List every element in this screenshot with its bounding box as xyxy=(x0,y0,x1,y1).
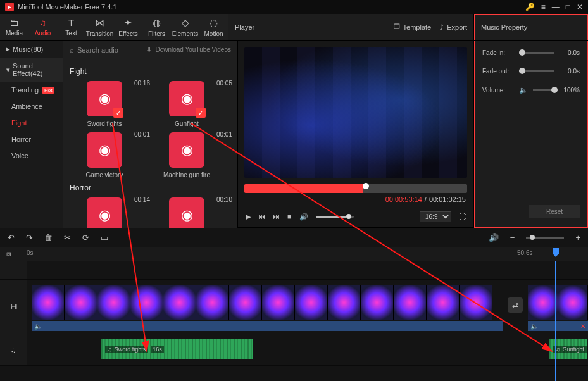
zoom-in-button[interactable]: + xyxy=(575,233,580,242)
app-title: MiniTool MovieMaker Free 7.4.1 xyxy=(18,3,117,11)
close-icon[interactable]: ✕ xyxy=(577,3,583,11)
audio-track[interactable]: ♫ ♫ Sword fights 16s ♫ Gunfight xyxy=(0,334,588,366)
audio-settings-icon[interactable]: 🔊 xyxy=(489,233,499,242)
volume-icon[interactable]: 🔊 xyxy=(299,213,308,221)
sub-trending[interactable]: Trending Hot xyxy=(0,82,63,98)
video-preview[interactable] xyxy=(244,47,467,178)
undo-button[interactable]: ↶ xyxy=(8,233,15,242)
scrub-knob[interactable] xyxy=(363,183,369,189)
menu-icon[interactable]: ≡ xyxy=(541,3,546,11)
sub-label: Fight xyxy=(11,119,27,127)
video-clip-2[interactable] xyxy=(528,285,588,320)
play-button[interactable]: ▶ xyxy=(246,213,251,221)
prop-fade-in: Fade in: 0.0s xyxy=(482,49,580,56)
tab-label: Elements xyxy=(172,30,199,37)
clip-volume-strip[interactable]: 🔈 ✕ xyxy=(528,321,588,331)
video-track[interactable]: 🎞 🔈 ⇄ 🔈 ✕ xyxy=(0,280,588,334)
tab-audio[interactable]: ♫ Audio xyxy=(28,14,57,40)
prop-value: 0.0s xyxy=(560,68,580,75)
playhead-line xyxy=(555,261,556,381)
search-input[interactable]: ⌕ Search audio xyxy=(70,46,118,54)
note-icon: ♫ xyxy=(556,346,560,353)
speaker-icon[interactable]: 🔈 xyxy=(519,86,528,94)
license-key-icon[interactable]: 🔑 xyxy=(525,3,535,11)
asset-name: Game victory xyxy=(86,172,123,178)
volume-slider[interactable] xyxy=(316,216,354,218)
maximize-icon[interactable]: □ xyxy=(566,3,570,11)
zoom-slider[interactable] xyxy=(526,237,564,239)
sub-horror[interactable]: Horror xyxy=(0,131,63,147)
sub-voice[interactable]: Voice xyxy=(0,147,63,164)
audio-thumb-icon: ◉ 00:14 xyxy=(87,197,122,228)
tab-filters[interactable]: ◍ Filters xyxy=(142,14,171,40)
swap-button[interactable]: ⇄ xyxy=(508,297,523,313)
volume-prop-slider[interactable] xyxy=(533,89,554,91)
clip-volume-strip[interactable]: 🔈 xyxy=(32,321,503,331)
video-clip-1[interactable] xyxy=(32,285,503,320)
category-label: Sound Effect(42) xyxy=(13,62,57,77)
time-current: 00:00:53:14 xyxy=(385,196,422,203)
delete-button[interactable]: 🗑 xyxy=(44,233,53,242)
speaker-icon: 🔈 xyxy=(530,323,538,330)
download-icon: ⬇ xyxy=(146,46,152,54)
folder-icon: 🗀 xyxy=(9,17,19,28)
reset-button[interactable]: Reset xyxy=(529,205,580,218)
asset-gunfight[interactable]: ◉ 00:05 ✓ Gunfight xyxy=(152,81,222,127)
category-label: Music(80) xyxy=(13,46,43,53)
category-music[interactable]: ▸ Music(80) xyxy=(0,41,63,58)
prop-label: Fade out: xyxy=(482,68,514,75)
asset-game-victory[interactable]: ◉ 00:01 Game victory xyxy=(70,132,139,178)
main-toolbar: 🗀 Media ♫ Audio T Text ⋈ Transition ✦ Ef… xyxy=(0,14,588,41)
split-button[interactable]: ✂ xyxy=(64,233,71,242)
export-button[interactable]: ⤴ Export xyxy=(440,23,467,31)
tab-text[interactable]: T Text xyxy=(57,14,85,40)
effects-icon: ✦ xyxy=(124,17,132,28)
asset-panel: ⌕ Search audio ⬇ Download YouTube Videos… xyxy=(63,41,237,228)
stop-button[interactable]: ■ xyxy=(287,213,292,220)
playhead-icon[interactable] xyxy=(553,248,559,257)
next-frame-button[interactable]: ⏭ xyxy=(273,213,280,220)
download-youtube-button[interactable]: ⬇ Download YouTube Videos xyxy=(146,46,231,54)
music-icon: ♫ xyxy=(39,17,46,28)
aspect-ratio-select[interactable]: 16:9 xyxy=(420,211,451,222)
asset-horror-1[interactable]: ◉ 00:14 xyxy=(70,197,139,228)
player-panel: 00:00:53:14 / 00:01:02:15 ▶ ⏮ ⏭ ■ 🔊 16:9… xyxy=(237,41,474,228)
prop-value: 100% xyxy=(560,87,580,94)
tab-effects[interactable]: ✦ Effects xyxy=(114,14,142,40)
tab-elements[interactable]: ◇ Elements xyxy=(171,14,199,40)
timeline-toolbar: ↶ ↷ 🗑 ✂ ⟳ ▭ 🔊 − + xyxy=(0,228,588,247)
snap-icon[interactable]: ⧈ xyxy=(6,249,11,258)
asset-name: Machine gun fire xyxy=(163,172,210,178)
prev-frame-button[interactable]: ⏮ xyxy=(258,213,265,220)
timeline-ruler[interactable]: ⧈ 0s 50.6s xyxy=(0,247,588,261)
prop-fade-out: Fade out: 0.0s xyxy=(482,68,580,75)
fade-out-slider[interactable] xyxy=(519,70,554,72)
clip-remove-icon[interactable]: ✕ xyxy=(580,323,585,330)
asset-duration: 00:01 xyxy=(134,131,150,138)
minimize-icon[interactable]: — xyxy=(552,3,560,11)
template-button[interactable]: ❐ Template xyxy=(394,23,432,31)
tab-media[interactable]: 🗀 Media xyxy=(0,14,28,40)
asset-duration: 00:05 xyxy=(216,80,232,87)
sub-fight[interactable]: Fight xyxy=(0,115,63,131)
scrub-bar[interactable] xyxy=(244,184,467,193)
note-icon: ♫ xyxy=(11,346,16,354)
fullscreen-button[interactable]: ⛶ xyxy=(459,213,466,220)
asset-machine-gun[interactable]: ◉ 00:01 Machine gun fire xyxy=(152,132,222,178)
search-placeholder: Search audio xyxy=(77,46,118,54)
crop-button[interactable]: ▭ xyxy=(101,233,108,242)
speed-button[interactable]: ⟳ xyxy=(82,233,89,242)
sub-ambience[interactable]: Ambience xyxy=(0,98,63,115)
clip-duration: 16s xyxy=(151,346,164,353)
zoom-out-button[interactable]: − xyxy=(510,233,515,242)
asset-sword-fights[interactable]: ◉ 00:16 ✓ Sword fights xyxy=(70,81,139,127)
tab-motion[interactable]: ◌ Motion xyxy=(199,14,228,40)
audio-clip-sword[interactable]: ♫ Sword fights 16s xyxy=(101,339,253,359)
export-icon: ⤴ xyxy=(440,23,444,31)
fade-in-slider[interactable] xyxy=(519,52,554,54)
prop-value: 0.0s xyxy=(560,49,580,56)
asset-horror-2[interactable]: ◉ 00:10 xyxy=(152,197,222,228)
redo-button[interactable]: ↷ xyxy=(26,233,33,242)
category-sound-effect[interactable]: ▾ Sound Effect(42) xyxy=(0,58,63,82)
tab-transition[interactable]: ⋈ Transition xyxy=(85,14,114,40)
